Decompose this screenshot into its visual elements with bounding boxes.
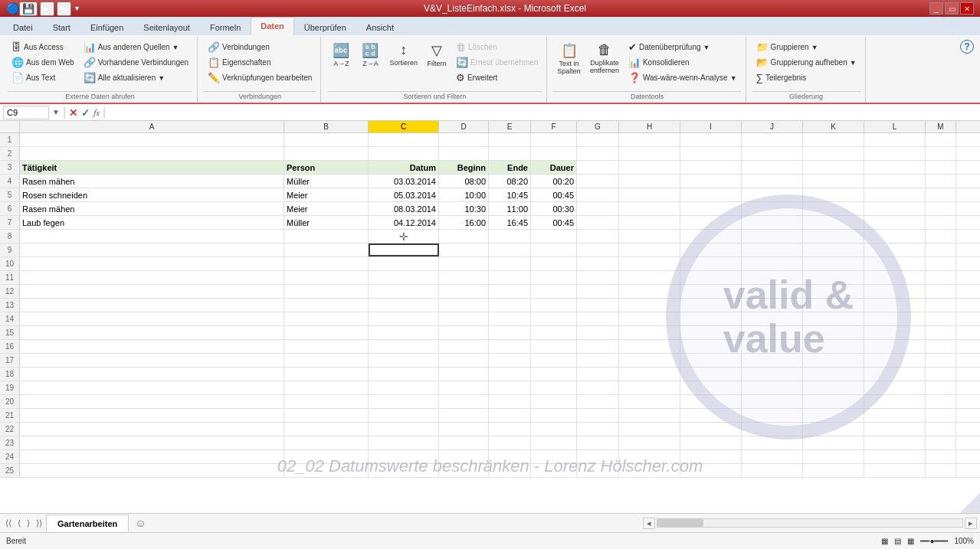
- cell-K19[interactable]: [803, 381, 864, 394]
- cell-M9[interactable]: [926, 243, 956, 257]
- cell-J24[interactable]: [742, 450, 803, 463]
- col-header-A[interactable]: A: [20, 121, 284, 132]
- cell-E16[interactable]: [489, 340, 531, 353]
- cell-K10[interactable]: [803, 257, 864, 270]
- cell-C7[interactable]: 04.12.2014: [369, 216, 439, 229]
- cell-E11[interactable]: [489, 271, 531, 284]
- cell-C11[interactable]: [369, 271, 439, 284]
- cell-E23[interactable]: [489, 436, 531, 449]
- cell-F2[interactable]: [531, 147, 577, 160]
- confirm-formula-icon[interactable]: ✓: [81, 106, 90, 119]
- cell-H13[interactable]: [619, 299, 680, 312]
- cell-I13[interactable]: [680, 299, 742, 312]
- cell-J3[interactable]: [742, 161, 803, 174]
- filtern-button[interactable]: ▽ Filtern: [423, 40, 451, 70]
- cell-ref-dropdown[interactable]: ▼: [52, 108, 60, 116]
- sheet-nav-prev[interactable]: ⟨: [15, 518, 23, 528]
- cell-G3[interactable]: [577, 161, 619, 174]
- cell-C8[interactable]: ✛: [369, 230, 439, 243]
- cell-B12[interactable]: [284, 285, 369, 298]
- cell-B25[interactable]: [284, 464, 369, 477]
- cell-M18[interactable]: [926, 368, 956, 381]
- cell-B14[interactable]: [284, 312, 369, 325]
- col-header-E[interactable]: E: [489, 121, 531, 132]
- konsolidieren-button[interactable]: 📊 Konsolidieren: [624, 55, 741, 70]
- cell-L6[interactable]: [864, 202, 926, 215]
- cell-K6[interactable]: [803, 202, 864, 215]
- cell-F3[interactable]: Dauer: [531, 161, 577, 174]
- cell-E18[interactable]: [489, 368, 531, 381]
- cell-D17[interactable]: [439, 354, 489, 367]
- cell-G6[interactable]: [577, 202, 619, 215]
- cell-K11[interactable]: [803, 271, 864, 284]
- sheet-nav-first[interactable]: ⟨⟨: [3, 518, 14, 528]
- tab-formeln[interactable]: Formeln: [200, 18, 251, 35]
- cell-K14[interactable]: [803, 312, 864, 325]
- cell-M20[interactable]: [926, 395, 956, 408]
- formula-input[interactable]: [109, 108, 977, 117]
- cell-G22[interactable]: [577, 423, 619, 436]
- cell-L2[interactable]: [864, 147, 926, 160]
- cell-B3[interactable]: Person: [284, 161, 369, 174]
- loeschen-button[interactable]: 🗑 Löschen: [452, 40, 542, 54]
- col-header-C[interactable]: C: [369, 121, 439, 132]
- cell-D21[interactable]: [439, 409, 489, 422]
- cell-A11[interactable]: [20, 271, 284, 284]
- cell-F19[interactable]: [531, 381, 577, 394]
- add-sheet-button[interactable]: ☺: [130, 515, 150, 531]
- cell-E22[interactable]: [489, 423, 531, 436]
- cell-I20[interactable]: [680, 395, 742, 408]
- cell-I14[interactable]: [680, 312, 742, 325]
- page-layout-view-icon[interactable]: ▤: [894, 537, 901, 545]
- cell-D8[interactable]: [439, 230, 489, 243]
- datenueberpruefung-button[interactable]: ✔ Datenüberprüfung ▼: [624, 40, 741, 54]
- cell-E20[interactable]: [489, 395, 531, 408]
- cell-A20[interactable]: [20, 395, 284, 408]
- cell-H21[interactable]: [619, 409, 680, 422]
- cell-B2[interactable]: [284, 147, 369, 160]
- cell-I8[interactable]: [680, 230, 742, 243]
- cell-E1[interactable]: [489, 133, 531, 146]
- cell-H14[interactable]: [619, 312, 680, 325]
- scroll-right-button[interactable]: ▸: [965, 518, 977, 529]
- cell-B13[interactable]: [284, 299, 369, 312]
- az-sort-button[interactable]: 🔤 A→Z: [327, 40, 355, 70]
- cell-F22[interactable]: [531, 423, 577, 436]
- cell-H24[interactable]: [619, 450, 680, 463]
- cell-J23[interactable]: [742, 436, 803, 449]
- col-header-J[interactable]: J: [742, 121, 803, 132]
- cell-J4[interactable]: [742, 175, 803, 188]
- cell-E19[interactable]: [489, 381, 531, 394]
- cell-L23[interactable]: [864, 436, 926, 449]
- cell-K12[interactable]: [803, 285, 864, 298]
- tab-seitenlayout[interactable]: Seitenlayout: [133, 18, 200, 35]
- cell-L21[interactable]: [864, 409, 926, 422]
- cell-B23[interactable]: [284, 436, 369, 449]
- cell-I10[interactable]: [680, 257, 742, 270]
- cell-J6[interactable]: [742, 202, 803, 215]
- cell-K1[interactable]: [803, 133, 864, 146]
- redo-button[interactable]: ↪: [57, 2, 71, 16]
- cell-L11[interactable]: [864, 271, 926, 284]
- undo-button[interactable]: ↩: [40, 2, 54, 16]
- cell-D10[interactable]: [439, 257, 489, 270]
- cell-H15[interactable]: [619, 326, 680, 339]
- cell-B19[interactable]: [284, 381, 369, 394]
- cell-A22[interactable]: [20, 423, 284, 436]
- cell-H10[interactable]: [619, 257, 680, 270]
- cell-A6[interactable]: Rasen mähen: [20, 202, 284, 215]
- cell-M16[interactable]: [926, 340, 956, 353]
- cell-I1[interactable]: [680, 133, 742, 146]
- cell-M12[interactable]: [926, 285, 956, 298]
- cell-E13[interactable]: [489, 299, 531, 312]
- cell-G14[interactable]: [577, 312, 619, 325]
- cell-I11[interactable]: [680, 271, 742, 284]
- cell-F11[interactable]: [531, 271, 577, 284]
- scroll-left-button[interactable]: ◂: [643, 518, 655, 529]
- alle-aktualisieren-button[interactable]: 🔄 Alle aktualisieren ▼: [80, 70, 192, 85]
- cell-G17[interactable]: [577, 354, 619, 367]
- cell-J16[interactable]: [742, 340, 803, 353]
- cell-F23[interactable]: [531, 436, 577, 449]
- cell-B4[interactable]: Müller: [284, 175, 369, 188]
- cell-E15[interactable]: [489, 326, 531, 339]
